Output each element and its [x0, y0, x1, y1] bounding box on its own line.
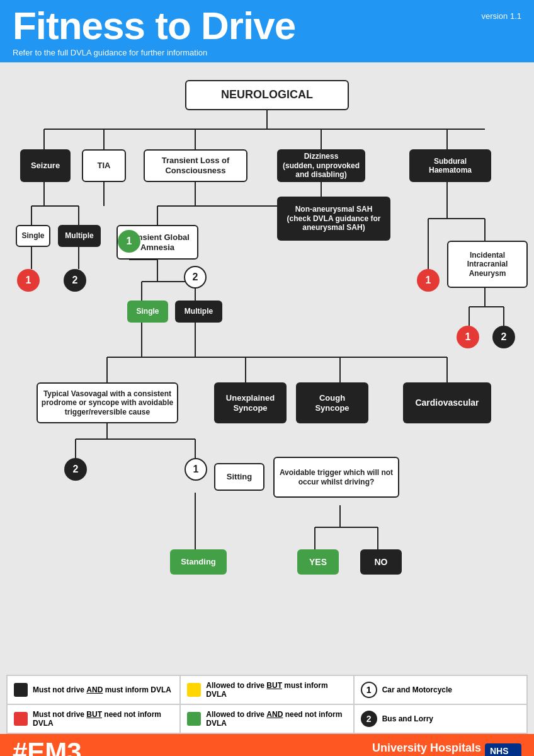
main-content: NEUROLOGICAL Seizure TIA Transient Loss … — [0, 62, 534, 672]
legend-red-text: Must not drive BUT need not inform DVLA — [33, 710, 173, 728]
legend-car-text: Car and Motorcycle — [382, 685, 452, 694]
incidental-circle2: 2 — [492, 326, 515, 348]
sitting-node: Sitting — [214, 463, 264, 491]
header-subtitle: Refer to the full DVLA guidance for furt… — [13, 48, 521, 57]
yes-node: YES — [297, 549, 339, 575]
header-version: version 1.1 — [481, 11, 521, 21]
footer: #EM3 East Midlands Emergency Medicine Ed… — [0, 734, 534, 756]
standing-node: Standing — [170, 549, 227, 575]
seizure-node: Seizure — [20, 149, 71, 182]
cough-syncope-node: Cough Syncope — [296, 382, 368, 423]
page-title: Fitness to Drive — [13, 6, 521, 45]
tia-node: TIA — [82, 149, 126, 182]
dizziness-node: Dizziness (sudden, unprovoked and disabl… — [277, 149, 365, 182]
tga-circle1: 1 — [118, 230, 140, 253]
legend-black-box — [14, 683, 28, 697]
single-seizure-node: Single — [16, 225, 50, 247]
tga-multiple-node: Multiple — [175, 301, 222, 323]
tloc-node: Transient Loss of Consciousness — [144, 149, 247, 182]
nhs-badge-area: NHS NHS Trust — [485, 743, 521, 756]
legend-yellow: Allowed to drive BUT must inform DVLA — [180, 675, 353, 704]
nhs-badge: NHS — [485, 743, 521, 756]
legend-circle2: 2 — [361, 711, 377, 727]
tga-single-node: Single — [127, 301, 168, 323]
no-node: NO — [360, 549, 402, 575]
legend-circle1: 1 — [361, 682, 377, 698]
legend-green-box — [187, 712, 201, 726]
incidental-circle1: 1 — [457, 326, 479, 348]
legend-black: Must not drive AND must inform DVLA — [7, 675, 180, 704]
uhl-text: University Hospitals of Leicester — [372, 742, 481, 756]
subdural-node: Subdural Haematoma — [409, 149, 491, 182]
legend-red: Must not drive BUT need not inform DVLA — [7, 704, 180, 733]
legend-yellow-box — [187, 683, 201, 697]
legend-green-text: Allowed to drive AND need not inform DVL… — [206, 710, 346, 728]
vasovagal-circle1: 1 — [185, 458, 207, 481]
incidental-node: Incidental Intracranial Aneurysm — [447, 241, 528, 288]
legend-green: Allowed to drive AND need not inform DVL… — [180, 704, 353, 733]
em3-title: #EM3 — [13, 739, 151, 756]
footer-right: University Hospitals of Leicester NHS NH… — [372, 742, 521, 756]
legend-red-box — [14, 712, 28, 726]
header: Fitness to Drive Refer to the full DVLA … — [0, 0, 534, 62]
avoidable-trigger-node: Avoidable trigger which will not occur w… — [273, 457, 399, 498]
seizure-multiple-circle: 2 — [64, 269, 86, 292]
legend: Must not drive AND must inform DVLA Allo… — [6, 675, 528, 734]
legend-black-text: Must not drive AND must inform DVLA — [33, 685, 171, 694]
flowchart: NEUROLOGICAL Seizure TIA Transient Loss … — [6, 74, 528, 666]
seizure-single-circle: 1 — [17, 269, 40, 292]
cardiovascular-node: Cardiovascular — [403, 382, 491, 423]
legend-bus: 2 Bus and Lorry — [354, 704, 527, 733]
subdural-circle1: 1 — [417, 269, 440, 292]
unexplained-syncope-node: Unexplained Syncope — [214, 382, 287, 423]
legend-car: 1 Car and Motorcycle — [354, 675, 527, 704]
neurological-node: NEUROLOGICAL — [185, 80, 349, 110]
vasovagal-circle2: 2 — [64, 458, 87, 481]
multiple-seizure-node: Multiple — [58, 225, 101, 247]
vasovagal-node: Typical Vasovagal with a consistent prod… — [37, 382, 178, 423]
uhl-line1: University Hospitals — [372, 742, 481, 755]
tga-circle2: 2 — [184, 266, 207, 289]
non-aneurysmal-node: Non-aneurysmal SAH (check DVLA guidance … — [277, 197, 390, 241]
footer-left: #EM3 East Midlands Emergency Medicine Ed… — [13, 739, 151, 756]
legend-yellow-text: Allowed to drive BUT must inform DVLA — [206, 681, 346, 699]
legend-bus-text: Bus and Lorry — [382, 714, 433, 723]
